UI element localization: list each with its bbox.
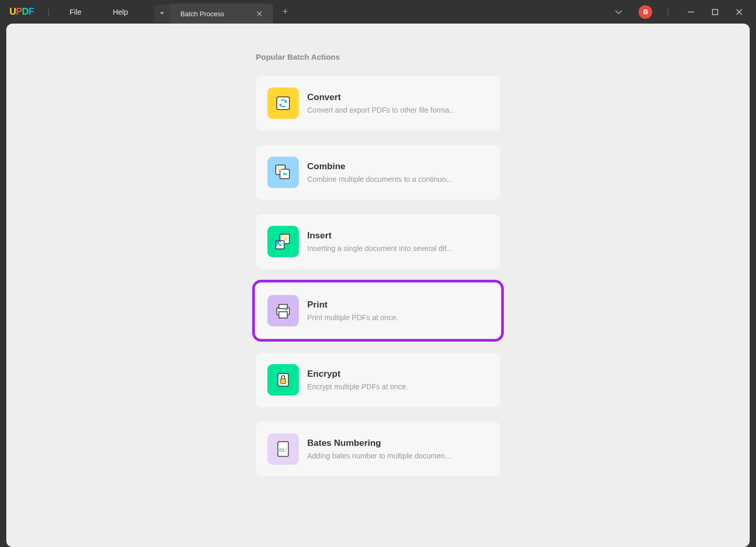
insert-icon xyxy=(267,226,299,257)
card-desc: Adding bates number to multiple documen.… xyxy=(307,452,489,460)
content-area: Popular Batch Actions Convert Convert an… xyxy=(6,24,750,547)
separator: | xyxy=(44,8,54,16)
tabs: Batch Process ✕ + xyxy=(154,0,297,24)
avatar[interactable]: B xyxy=(639,5,652,19)
tab-batch-process[interactable]: Batch Process ✕ xyxy=(170,4,273,24)
card-title: Insert xyxy=(307,231,489,241)
close-button[interactable] xyxy=(728,4,751,20)
svg-rect-10 xyxy=(279,304,287,309)
bates-icon: 012 xyxy=(267,433,299,465)
minimize-icon xyxy=(688,12,694,13)
menu-help[interactable]: Help xyxy=(97,8,144,16)
titlebar: UPDF | File Help Batch Process ✕ + B | xyxy=(0,0,756,24)
svg-rect-7 xyxy=(284,238,287,239)
svg-rect-0 xyxy=(688,12,694,13)
action-combine[interactable]: Combine Combine multiple documents to a … xyxy=(256,145,500,200)
minimize-button[interactable] xyxy=(679,4,703,20)
card-desc: Combine multiple documents to a continuo… xyxy=(307,175,489,183)
svg-rect-11 xyxy=(279,312,287,318)
svg-rect-1 xyxy=(712,9,718,15)
tab-dropdown[interactable] xyxy=(154,5,170,23)
menu-file[interactable]: File xyxy=(54,8,98,16)
logo-letter-p: P xyxy=(16,6,23,17)
svg-point-13 xyxy=(284,309,285,311)
section-title: Popular Batch Actions xyxy=(256,52,500,61)
logo-letter-u: U xyxy=(9,6,16,17)
card-desc: Print multiple PDFs at once. xyxy=(307,313,489,322)
logo[interactable]: UPDF xyxy=(0,6,44,17)
card-desc: Encrypt multiple PDFs at once. xyxy=(307,382,489,391)
card-title: Bates Numbering xyxy=(307,438,489,448)
action-bates[interactable]: 012 Bates Numbering Adding bates number … xyxy=(256,422,500,476)
card-title: Convert xyxy=(307,92,489,103)
convert-icon xyxy=(267,87,299,119)
dropdown-button[interactable] xyxy=(609,3,628,21)
card-title: Encrypt xyxy=(307,369,489,379)
logo-letter-d: D xyxy=(22,6,29,17)
tab-add-button[interactable]: + xyxy=(273,6,298,17)
svg-point-12 xyxy=(286,309,287,311)
card-desc: Convert and export PDFs to other file fo… xyxy=(307,106,489,114)
action-convert[interactable]: Convert Convert and export PDFs to other… xyxy=(256,76,500,130)
close-icon xyxy=(736,9,742,15)
chevron-down-icon xyxy=(615,10,622,14)
card-title: Print xyxy=(307,300,489,310)
encrypt-icon xyxy=(267,364,299,396)
action-encrypt[interactable]: Encrypt Encrypt multiple PDFs at once. xyxy=(256,353,500,407)
chevron-down-icon xyxy=(160,12,164,15)
svg-rect-6 xyxy=(284,236,287,237)
maximize-button[interactable] xyxy=(704,4,727,20)
maximize-icon xyxy=(712,9,718,15)
tab-close-button[interactable]: ✕ xyxy=(256,9,263,19)
print-icon xyxy=(267,295,299,326)
action-insert[interactable]: Insert Inserting a single document into … xyxy=(256,214,500,269)
svg-text:012: 012 xyxy=(279,447,287,453)
card-desc: Inserting a single document into several… xyxy=(307,244,489,253)
combine-icon xyxy=(267,157,299,188)
svg-rect-2 xyxy=(277,97,289,110)
separator: | xyxy=(663,8,673,16)
card-title: Combine xyxy=(307,161,489,172)
svg-rect-15 xyxy=(280,379,286,384)
logo-letter-f: F xyxy=(29,6,35,17)
tab-title: Batch Process xyxy=(180,10,224,18)
action-print[interactable]: Print Print multiple PDFs at once. xyxy=(256,283,500,338)
